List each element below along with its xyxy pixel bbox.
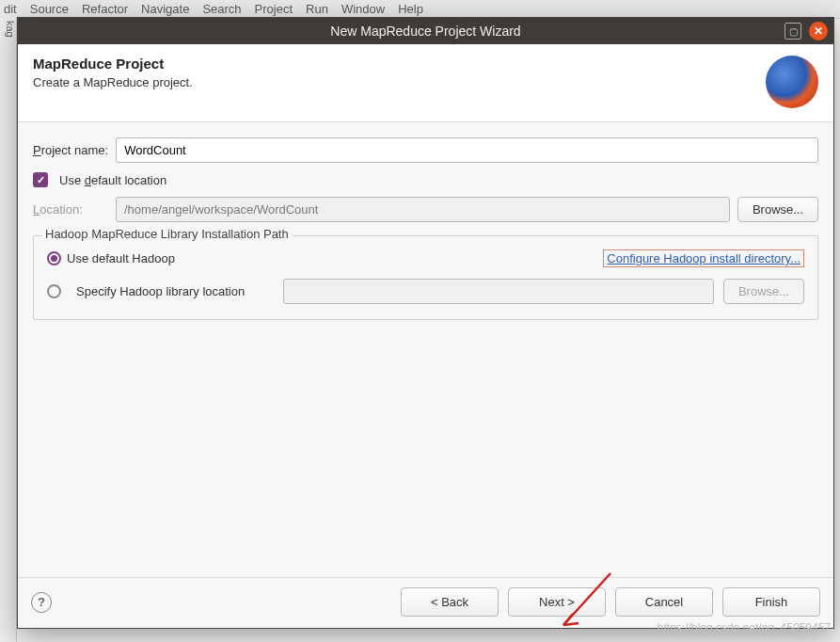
menu-search[interactable]: Search [202,2,241,16]
menu-project[interactable]: Project [255,2,293,16]
menu-edit[interactable]: dit [4,2,17,16]
wizard-header: MapReduce Project Create a MapReduce pro… [18,44,833,122]
hadoop-elephant-icon [766,56,818,108]
help-icon[interactable]: ? [31,592,52,613]
menu-help[interactable]: Help [398,2,423,16]
specify-hadoop-radio[interactable] [47,284,61,298]
wizard-heading: MapReduce Project [33,56,193,72]
configure-hadoop-link[interactable]: Configure Hadoop install directory... [603,249,804,267]
menu-run[interactable]: Run [306,2,328,16]
next-button[interactable]: Next > [508,587,606,617]
cancel-button[interactable]: Cancel [615,587,713,617]
wizard-dialog: New MapReduce Project Wizard ▢ ✕ MapRedu… [17,17,834,629]
use-default-location-checkbox[interactable]: ✓ [33,172,48,187]
close-button[interactable]: ✕ [809,22,828,40]
menu-refactor[interactable]: Refactor [82,2,128,16]
location-label: Location: [33,202,108,217]
browse-hadoop-button: Browse... [723,279,804,304]
wizard-footer: ? < Back Next > Cancel Finish [18,577,833,628]
dialog-titlebar[interactable]: New MapReduce Project Wizard ▢ ✕ [18,18,833,44]
specify-hadoop-input [283,279,714,304]
menu-navigate[interactable]: Navigate [141,2,189,16]
ide-menubar[interactable]: dit Source Refactor Navigate Search Proj… [0,0,840,19]
watermark-text: https://blog.csdn.net/qq_45059457 [658,621,831,634]
side-panel-fragment: kag [0,17,17,642]
menu-window[interactable]: Window [341,2,385,16]
menu-source[interactable]: Source [30,2,69,16]
project-name-label: Project name: [33,143,108,157]
back-button[interactable]: < Back [401,587,499,617]
hadoop-lib-legend: Hadoop MapReduce Library Installation Pa… [41,227,293,241]
browse-location-button[interactable]: Browse... [737,197,818,222]
wizard-subheading: Create a MapReduce project. [33,75,193,89]
dialog-title: New MapReduce Project Wizard [330,24,520,39]
use-default-location-label[interactable]: Use default location [59,173,166,187]
use-default-hadoop-label[interactable]: Use default Hadoop [67,251,175,265]
use-default-hadoop-radio[interactable] [47,251,61,265]
specify-hadoop-label[interactable]: Specify Hadoop library location [76,284,274,298]
location-input [116,197,730,222]
finish-button[interactable]: Finish [722,587,820,617]
wizard-body: Project name: ✓ Use default location Loc… [18,122,833,577]
minimize-button[interactable]: ▢ [785,23,801,40]
hadoop-lib-group: Hadoop MapReduce Library Installation Pa… [33,235,818,320]
project-name-input[interactable] [116,137,818,163]
